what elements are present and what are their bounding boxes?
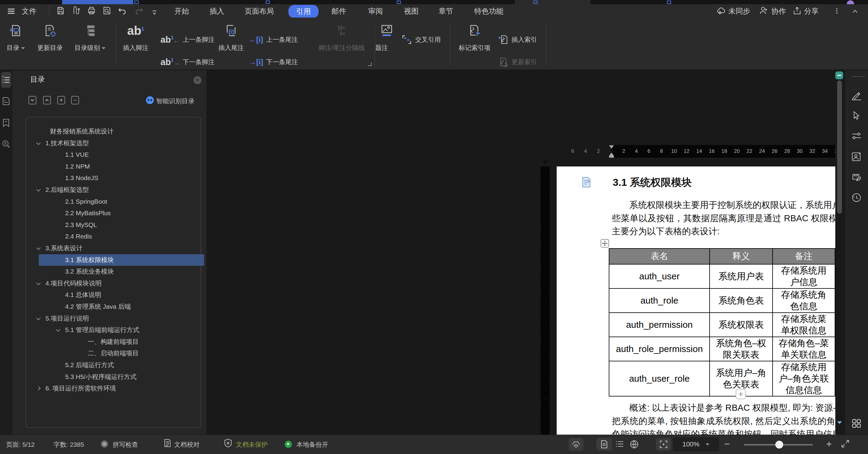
vertical-scrollbar-thumb[interactable] bbox=[837, 80, 842, 214]
cloud-sync-icon[interactable] bbox=[717, 6, 726, 15]
backup-status-label[interactable]: 本地备份开 bbox=[297, 441, 328, 449]
toc-item[interactable]: 5.项目运行说明 bbox=[39, 313, 204, 324]
paragraph-handle-icon[interactable] bbox=[582, 177, 594, 189]
apps-grid-button[interactable] bbox=[851, 418, 862, 429]
document-tab-icon[interactable] bbox=[266, 1, 270, 4]
profile-image-button[interactable] bbox=[851, 151, 862, 162]
mark-index-button[interactable]: 标记索引项 bbox=[457, 21, 493, 52]
toc-item[interactable]: 4.2 管理系统 Java 后端 bbox=[39, 301, 204, 312]
collapse-ribbon-icon[interactable] bbox=[854, 10, 857, 15]
skin-theme-button[interactable] bbox=[835, 71, 843, 79]
tab-insert[interactable]: 插入 bbox=[210, 6, 224, 16]
table-cell[interactable]: 存储系统角色信息 bbox=[773, 288, 835, 313]
proofread-icon[interactable] bbox=[163, 439, 172, 448]
tab-special-features[interactable]: 特色功能 bbox=[474, 6, 503, 16]
protection-status-label[interactable]: 文档未保护 bbox=[236, 441, 268, 449]
redo-icon[interactable] bbox=[134, 6, 144, 15]
toc-item[interactable]: 5.3 H5/小程序端运行方式 bbox=[39, 371, 204, 383]
toc-item[interactable]: 财务报销系统系统设计 bbox=[39, 126, 204, 137]
table-cell[interactable]: 系统权限表 bbox=[710, 313, 772, 337]
file-menu[interactable]: 文件 bbox=[22, 6, 36, 16]
settings-sliders-button[interactable] bbox=[851, 131, 862, 141]
table-cell[interactable]: 系统角色–权限关联表 bbox=[710, 337, 772, 361]
bookmark-button[interactable] bbox=[1, 115, 11, 131]
resource-leaf-button[interactable] bbox=[851, 172, 862, 182]
toc-item[interactable]: 2.3 MySQL bbox=[39, 219, 204, 231]
toc-item[interactable]: 1.技术框架选型 bbox=[39, 137, 204, 149]
history-button[interactable] bbox=[851, 193, 862, 203]
zoom-level-select[interactable]: 100% bbox=[673, 437, 719, 451]
document-tab-icon[interactable] bbox=[667, 1, 671, 4]
tab-review[interactable]: 审阅 bbox=[368, 6, 383, 16]
save-icon[interactable] bbox=[56, 6, 65, 15]
toc-item[interactable]: 4.1 总体说明 bbox=[39, 289, 204, 300]
web-view-button[interactable] bbox=[630, 440, 639, 449]
table-cell[interactable]: 系统用户表 bbox=[710, 264, 772, 288]
sync-status-label[interactable]: 未同步 bbox=[728, 6, 750, 16]
hamburger-menu-icon[interactable] bbox=[7, 7, 16, 16]
zoom-slider-thumb[interactable] bbox=[775, 441, 783, 449]
eye-protection-button[interactable] bbox=[569, 438, 583, 451]
cross-reference-button[interactable]: “” 交叉引用 bbox=[401, 34, 441, 45]
print-icon[interactable] bbox=[87, 6, 96, 15]
table-cell[interactable]: 存储系统用户–角色关联信息信息 bbox=[773, 361, 835, 396]
update-index-button[interactable]: 更新索引 bbox=[498, 57, 537, 67]
page-indicator[interactable]: 页面: 5/12 bbox=[6, 441, 35, 449]
toc-item[interactable]: 二、启动前端项目 bbox=[39, 348, 204, 359]
prev-endnote-button[interactable]: ←[i] 上一条尾注 bbox=[249, 34, 298, 45]
user-avatar[interactable] bbox=[847, 0, 854, 4]
promote-button[interactable]: + bbox=[57, 96, 65, 104]
zoom-out-button[interactable]: − bbox=[724, 439, 730, 450]
table-cell[interactable]: 存储系统菜单权限信息 bbox=[773, 313, 835, 337]
toc-item[interactable]: 2.2 MyBatisPlus bbox=[39, 207, 204, 219]
spellcheck-indicator-icon[interactable] bbox=[101, 441, 108, 448]
toc-item[interactable]: 6. 项目运行所需软件环境 bbox=[39, 383, 204, 394]
toc-level-button[interactable]: 目录级别 bbox=[72, 21, 108, 52]
tab-mailings[interactable]: 邮件 bbox=[332, 6, 346, 16]
tab-home[interactable]: 开始 bbox=[175, 6, 189, 16]
more-commands-chevron-icon[interactable] bbox=[150, 8, 159, 17]
demote-button[interactable]: − bbox=[71, 96, 79, 104]
outline-view-button[interactable] bbox=[615, 440, 624, 449]
document-tab-icon[interactable] bbox=[397, 1, 401, 4]
insert-footnote-button[interactable]: ab1 插入脚注 bbox=[118, 21, 154, 52]
export-pdf-icon[interactable] bbox=[71, 6, 81, 15]
tab-view[interactable]: 视图 bbox=[404, 6, 418, 16]
toc-item[interactable]: 2.后端框架选型 bbox=[39, 184, 204, 196]
table-cell[interactable]: auth_user bbox=[609, 264, 710, 288]
toc-item[interactable]: 1.3 NodeJS bbox=[39, 172, 204, 184]
left-indent-box[interactable] bbox=[609, 156, 614, 158]
page-view-button[interactable] bbox=[596, 438, 612, 451]
next-footnote-button[interactable]: ab1→ 下一条脚注 bbox=[160, 57, 214, 67]
word-count[interactable]: 字数: 2385 bbox=[54, 441, 84, 449]
footnote-separator-button[interactable]: [i]= 1= 脚注/尾注分隔线 bbox=[313, 21, 370, 52]
pen-edit-button[interactable] bbox=[851, 90, 862, 100]
print-preview-icon[interactable] bbox=[102, 6, 112, 15]
scroll-down-arrow[interactable] bbox=[837, 421, 842, 424]
update-toc-button[interactable]: 更新目录 bbox=[32, 21, 68, 52]
tab-section[interactable]: 章节 bbox=[438, 6, 453, 16]
toc-item[interactable]: 5.1 管理后端前端运行方式 bbox=[39, 324, 204, 336]
next-endnote-button[interactable]: →[i] 下一条尾注 bbox=[249, 57, 298, 67]
toc-item[interactable]: 5.2 后端运行方式 bbox=[39, 359, 204, 371]
toc-button[interactable]: 目录 bbox=[0, 21, 34, 52]
document-tab-icon[interactable] bbox=[533, 1, 537, 4]
backup-indicator-icon[interactable] bbox=[285, 441, 292, 448]
share-icon[interactable] bbox=[793, 6, 802, 15]
fullscreen-button[interactable] bbox=[841, 439, 850, 448]
insert-index-button[interactable]: 插入索引 bbox=[498, 34, 537, 45]
tab-references-active[interactable]: 引用 bbox=[288, 5, 319, 18]
proofread-label[interactable]: 文档校对 bbox=[174, 441, 199, 449]
prev-footnote-button[interactable]: ab1← 上一条脚注 bbox=[160, 34, 214, 45]
toc-item[interactable]: 1.1 VUE bbox=[39, 149, 204, 160]
select-cursor-button[interactable] bbox=[851, 111, 862, 121]
more-options-icon[interactable] bbox=[836, 7, 838, 15]
table-cell[interactable]: auth_permission bbox=[609, 313, 710, 337]
hovered-window-tab[interactable] bbox=[515, 0, 591, 4]
doc-table[interactable]: 表名释义备注 auth_user系统用户表存储系统用户信息auth_role系统… bbox=[609, 248, 835, 396]
active-window-tab[interactable] bbox=[62, 0, 133, 4]
zoom-in-button[interactable]: + bbox=[826, 439, 832, 450]
toc-panel-button[interactable] bbox=[1, 72, 11, 88]
spellcheck-label[interactable]: 拼写检查 bbox=[113, 441, 138, 449]
toc-item[interactable]: 3.1 系统权限模块 bbox=[39, 254, 204, 266]
